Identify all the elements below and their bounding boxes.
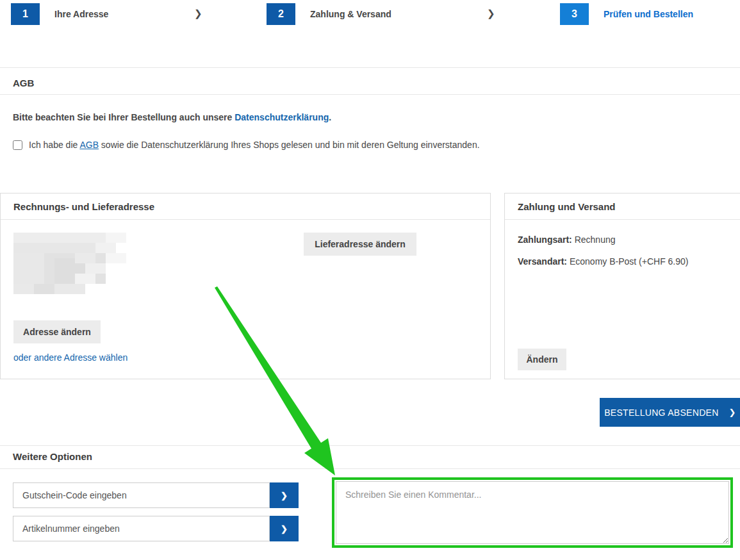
shipping-method-label: Versandart: bbox=[518, 256, 567, 267]
comment-highlight-frame bbox=[332, 477, 733, 548]
shipping-method-row: Versandart: Economy B-Post (+CHF 6.90) bbox=[518, 256, 689, 267]
billing-shipping-address-panel: Rechnungs- und Lieferadresse Lieferadres… bbox=[0, 193, 491, 379]
agb-consent-text: sowie die Datenschutzerklärung Ihres Sho… bbox=[99, 140, 480, 150]
order-comment-textarea[interactable] bbox=[336, 481, 729, 544]
change-address-button[interactable]: Adresse ändern bbox=[13, 320, 101, 343]
step-separator-icon: ❯ bbox=[194, 8, 202, 19]
privacy-notice: Bitte beachten Sie bei Ihrer Bestellung … bbox=[13, 112, 331, 122]
agb-consent-checkbox[interactable] bbox=[13, 140, 22, 150]
agb-consent-label: Ich habe die AGB sowie die Datenschutzer… bbox=[29, 140, 480, 150]
step-1-address[interactable]: 1 Ihre Adresse bbox=[11, 3, 108, 25]
choose-other-address-link[interactable]: oder andere Adresse wählen bbox=[13, 352, 127, 363]
payment-method-label: Zahlungsart: bbox=[518, 235, 572, 245]
payment-method-value: Rechnung bbox=[572, 235, 616, 245]
submit-order-button[interactable]: BESTELLUNG ABSENDEN❯ bbox=[600, 398, 740, 427]
privacy-notice-period: . bbox=[329, 112, 331, 122]
divider bbox=[0, 468, 740, 469]
checkout-review-page: 1 Ihre Adresse ❯ 2 Zahlung & Versand ❯ 3… bbox=[0, 0, 740, 560]
step-separator-icon: ❯ bbox=[487, 8, 495, 19]
agb-heading: AGB bbox=[13, 78, 34, 88]
step-1-number: 1 bbox=[11, 3, 40, 25]
chevron-right-icon: ❯ bbox=[281, 524, 288, 534]
agb-consent-row: Ich habe die AGB sowie die Datenschutzer… bbox=[13, 140, 480, 150]
submit-order-label: BESTELLUNG ABSENDEN bbox=[604, 408, 718, 418]
step-2-label: Zahlung & Versand bbox=[310, 9, 391, 19]
address-panel-title: Rechnungs- und Lieferadresse bbox=[1, 194, 490, 220]
article-submit-button[interactable]: ❯ bbox=[270, 516, 299, 541]
divider bbox=[0, 94, 740, 95]
step-3-number: 3 bbox=[560, 3, 589, 25]
voucher-submit-button[interactable]: ❯ bbox=[270, 482, 299, 508]
payment-method-row: Zahlungsart: Rechnung bbox=[518, 235, 616, 245]
article-number-input[interactable] bbox=[13, 516, 270, 541]
privacy-notice-text: Bitte beachten Sie bei Ihrer Bestellung … bbox=[13, 112, 234, 122]
options-heading: Weitere Optionen bbox=[13, 451, 92, 462]
shipping-method-value: Economy B-Post (+CHF 6.90) bbox=[567, 256, 688, 267]
step-2-payment[interactable]: 2 Zahlung & Versand bbox=[267, 3, 391, 25]
voucher-code-input[interactable] bbox=[13, 482, 270, 508]
change-payment-button[interactable]: Ändern bbox=[518, 349, 566, 370]
divider bbox=[0, 67, 740, 68]
step-3-review[interactable]: 3 Prüfen und Bestellen bbox=[560, 3, 693, 25]
step-2-number: 2 bbox=[267, 3, 295, 25]
chevron-right-icon: ❯ bbox=[729, 408, 736, 417]
step-1-label: Ihre Adresse bbox=[54, 9, 108, 19]
chevron-right-icon: ❯ bbox=[281, 491, 288, 500]
agb-consent-text: Ich habe die bbox=[29, 140, 79, 150]
change-delivery-address-button[interactable]: Lieferadresse ändern bbox=[304, 233, 416, 256]
payment-panel-title: Zahlung und Versand bbox=[505, 194, 740, 220]
agb-link[interactable]: AGB bbox=[79, 140, 99, 150]
privacy-policy-link[interactable]: Datenschutzerklärung bbox=[234, 112, 329, 122]
redacted-address-image bbox=[13, 233, 126, 294]
payment-shipping-panel: Zahlung und Versand Zahlungsart: Rechnun… bbox=[504, 193, 740, 379]
divider bbox=[0, 445, 740, 446]
step-3-label: Prüfen und Bestellen bbox=[604, 9, 693, 19]
